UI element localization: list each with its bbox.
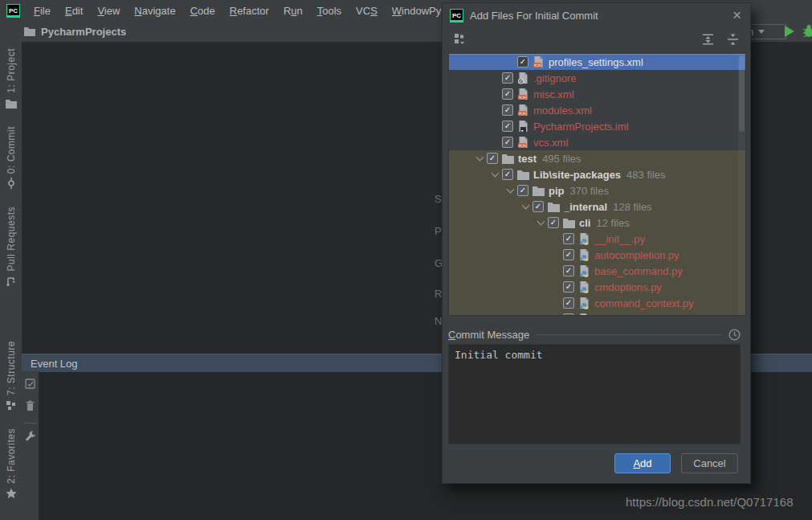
python-file-icon	[578, 313, 592, 316]
xml-file-icon: <>	[517, 104, 531, 117]
row-checkbox[interactable]: ✓	[563, 249, 574, 260]
tree-row-lib-site-packages[interactable]: ✓Lib\site-packages483 files	[449, 166, 746, 182]
mark-all-read-icon[interactable]	[25, 379, 36, 393]
commit-message-input[interactable]: Initial commit	[448, 344, 741, 444]
python-file-icon	[578, 264, 592, 277]
tree-row--gitignore[interactable]: ✓.gitignore	[449, 70, 746, 86]
history-clock-icon[interactable]	[728, 329, 741, 341]
svg-text:<>: <>	[518, 143, 526, 148]
file-count: 128 files	[613, 201, 651, 213]
tree-row-autocompletion-py[interactable]: ✓autocompletion.py	[449, 247, 746, 263]
row-checkbox[interactable]: ✓	[502, 169, 513, 180]
tree-row-clipped[interactable]: ✓	[449, 311, 746, 316]
tree-scrollbar[interactable]	[738, 54, 745, 315]
row-checkbox[interactable]: ✓	[517, 185, 528, 196]
row-checkbox[interactable]: ✓	[502, 121, 513, 132]
add-button[interactable]: Add	[614, 453, 671, 473]
row-checkbox[interactable]: ✓	[502, 137, 513, 148]
pull-requests-icon	[6, 275, 16, 289]
structure-icon	[6, 399, 16, 414]
star-icon	[6, 488, 17, 502]
separator-line	[536, 334, 722, 335]
gitignore-file-icon	[517, 72, 531, 84]
python-file-icon	[578, 248, 592, 261]
folder-icon	[502, 154, 516, 164]
python-file-icon	[578, 297, 592, 309]
menu-navigate[interactable]: Navigate	[127, 5, 182, 17]
tree-row-pip[interactable]: ✓pip370 files	[449, 182, 746, 199]
trash-icon[interactable]	[25, 400, 35, 415]
tree-row-profiles-settings-xml[interactable]: ✓<>profiles_settings.xml	[449, 54, 746, 70]
close-icon[interactable]: ×	[731, 9, 743, 22]
event-log-toolbar	[22, 371, 39, 520]
file-name: cli	[579, 217, 590, 229]
editor-tip-letter: P	[435, 225, 442, 237]
tree-row--init-py[interactable]: ✓__init__.py	[449, 231, 746, 247]
stripe-button-7-structure[interactable]: 7: Structure	[6, 341, 17, 414]
pycharm-logo-icon: PC	[450, 9, 463, 23]
tree-row-cmdoptions-py[interactable]: ✓cmdoptions.py	[449, 279, 746, 295]
row-checkbox[interactable]: ✓	[548, 217, 559, 228]
python-file-icon	[578, 280, 592, 293]
tree-row-modules-xml[interactable]: ✓<>modules.xml	[449, 102, 746, 118]
editor-tip-letter: N	[435, 315, 442, 327]
group-by-icon[interactable]	[454, 33, 467, 46]
tree-row-vcs-xml[interactable]: ✓<>vcs.xml	[449, 134, 746, 150]
tree-row-base-command-py[interactable]: ✓base_command.py	[449, 263, 746, 279]
stripe-button-pull-requests[interactable]: Pull Requests	[6, 207, 17, 290]
menu-file[interactable]: File	[27, 5, 58, 17]
menu-edit[interactable]: Edit	[58, 5, 90, 17]
row-checkbox[interactable]: ✓	[487, 153, 498, 164]
row-checkbox[interactable]: ✓	[502, 104, 513, 116]
stripe-button-0-commit[interactable]: 0: Commit	[6, 126, 17, 192]
breadcrumb[interactable]: PycharmProjects	[41, 26, 126, 38]
stripe-button-1-project[interactable]: 1: Project	[6, 48, 17, 112]
chevron-expanded-icon[interactable]	[518, 205, 532, 208]
collapse-all-icon[interactable]	[727, 33, 739, 46]
menu-run[interactable]: Run	[276, 5, 310, 17]
pycharm-window: PC FileEditViewNavigateCodeRefactorRunTo…	[0, 0, 812, 520]
file-name: command_context.py	[594, 297, 694, 309]
chevron-expanded-icon[interactable]	[472, 157, 487, 160]
row-checkbox[interactable]: ✓	[563, 313, 574, 316]
row-checkbox[interactable]: ✓	[563, 233, 574, 244]
chevron-expanded-icon[interactable]	[503, 189, 517, 192]
row-checkbox[interactable]: ✓	[563, 265, 574, 276]
watermark-text: https://blog.csdn.net/Q0717168	[626, 495, 793, 509]
menu-code[interactable]: Code	[183, 5, 222, 17]
tree-row-command-context-py[interactable]: ✓command_context.py	[449, 295, 746, 311]
menu-vcs[interactable]: VCS	[349, 5, 385, 17]
folder-icon	[24, 25, 35, 39]
row-checkbox[interactable]: ✓	[502, 72, 513, 84]
row-checkbox[interactable]: ✓	[563, 281, 574, 293]
chevron-expanded-icon[interactable]	[488, 173, 502, 176]
menu-refactor[interactable]: Refactor	[222, 5, 276, 17]
file-count: 483 files	[626, 169, 665, 181]
commit-message-label: Commit Message	[448, 329, 529, 341]
row-checkbox[interactable]: ✓	[563, 297, 574, 309]
row-checkbox[interactable]: ✓	[502, 88, 513, 100]
row-checkbox[interactable]: ✓	[532, 201, 544, 212]
svg-text:<>: <>	[518, 111, 526, 116]
debug-button[interactable]	[802, 24, 812, 42]
tree-row-cli[interactable]: ✓cli12 files	[449, 215, 746, 231]
row-checkbox[interactable]: ✓	[517, 56, 528, 68]
run-button[interactable]	[785, 26, 794, 37]
xml-file-icon: <>	[532, 55, 546, 68]
tree-row-misc-xml[interactable]: ✓<>misc.xml	[449, 86, 746, 102]
commit-icon	[6, 178, 16, 192]
menu-tools[interactable]: Tools	[310, 5, 349, 17]
expand-all-icon[interactable]	[702, 33, 714, 46]
menu-view[interactable]: View	[90, 5, 127, 17]
chevron-expanded-icon[interactable]	[533, 221, 548, 224]
tree-scrollbar-thumb[interactable]	[739, 55, 745, 132]
event-log-title: Event Log	[31, 358, 78, 370]
wrench-icon[interactable]	[25, 431, 36, 445]
tree-row--internal[interactable]: ✓_internal128 files	[449, 199, 746, 215]
svg-text:<>: <>	[533, 63, 541, 68]
cancel-button[interactable]: Cancel	[681, 453, 738, 473]
stripe-button-2-favorites[interactable]: 2: Favorites	[6, 428, 17, 502]
file-name: modules.xml	[533, 104, 592, 117]
tree-row-test[interactable]: ✓test495 files	[449, 150, 746, 166]
tree-row-pycharmprojects-iml[interactable]: ✓PycharmProjects.iml	[449, 118, 746, 134]
